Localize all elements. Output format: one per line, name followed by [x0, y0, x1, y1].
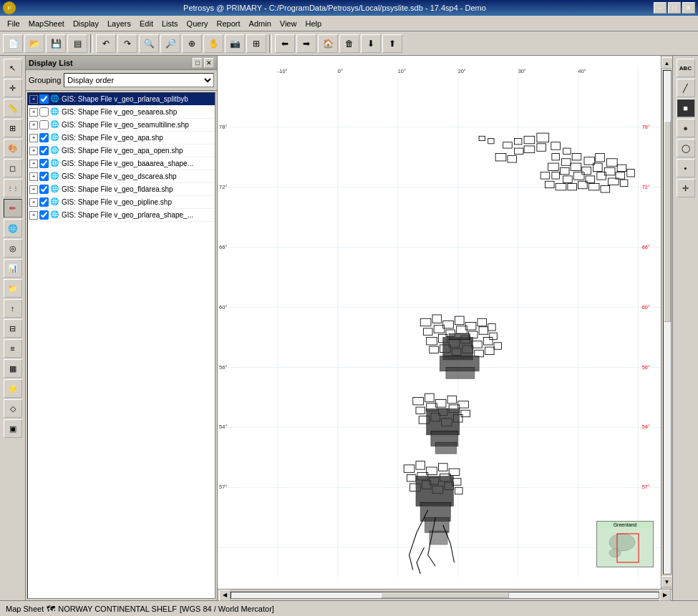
menu-item-mapsheet[interactable]: MapSheet [24, 16, 69, 31]
fit-button[interactable]: ⊞ [246, 34, 266, 53]
grouping-select[interactable]: Display order Layer type Alphabetical [64, 73, 214, 87]
horizontal-scrollbar[interactable]: ◀ ▶ [218, 589, 672, 600]
layer-checkbox[interactable] [39, 185, 49, 194]
layer-checkbox[interactable] [39, 107, 49, 117]
select-rect-tool[interactable]: ◻ [4, 159, 22, 177]
measure-tool[interactable]: 📏 [4, 99, 22, 117]
print-button[interactable]: ▤ [67, 34, 87, 53]
table-tool[interactable]: ▦ [4, 359, 22, 378]
grid-tool[interactable]: ⊞ [4, 119, 22, 137]
layer-checkbox[interactable] [39, 159, 49, 168]
point-tool[interactable]: • [677, 159, 695, 177]
ellipse-tool[interactable]: ◯ [677, 139, 695, 157]
layer-checkbox[interactable] [39, 120, 49, 129]
layer-checkbox[interactable] [39, 172, 49, 181]
redo-button[interactable]: ↷ [117, 34, 137, 53]
pan-button[interactable]: ✋ [203, 34, 223, 53]
list-tool[interactable]: ≡ [4, 339, 22, 358]
layer-expand-icon[interactable]: + [29, 108, 38, 117]
layer-row[interactable]: +🌐GIS: Shape File v_geo_seaarea.shp [28, 106, 215, 119]
menu-item-report[interactable]: Report [213, 16, 245, 31]
layer-checkbox[interactable] [39, 197, 49, 207]
open-button[interactable]: 📂 [24, 34, 44, 53]
layer-expand-icon[interactable]: + [29, 95, 38, 104]
menu-item-file[interactable]: File [3, 16, 24, 31]
scroll-right-arrow[interactable]: ▶ [659, 590, 671, 601]
scroll-left-arrow[interactable]: ◀ [219, 590, 231, 601]
folder-tool[interactable]: 📁 [4, 279, 22, 298]
zoomout-button[interactable]: 🔎 [160, 34, 180, 53]
camera-button[interactable]: 📷 [225, 34, 245, 53]
layer-expand-icon[interactable]: + [29, 211, 38, 220]
grid2-tool[interactable]: ⊟ [4, 319, 22, 338]
target-tool[interactable]: ◎ [4, 239, 22, 258]
layer-expand-icon[interactable]: + [29, 198, 38, 207]
layer-row[interactable]: +🌐GIS: Shape File v_geo_dscarea.shp [28, 170, 215, 183]
panel-close-button[interactable]: ✕ [204, 58, 214, 68]
menu-item-lists[interactable]: Lists [157, 16, 183, 31]
layer-row[interactable]: +🌐GIS: Shape File v_geo_seamultiline.shp [28, 119, 215, 132]
save-button[interactable]: 💾 [46, 34, 66, 53]
layer-row[interactable]: +🌐GIS: Shape File v_geo_fldarea.shp [28, 183, 215, 196]
menu-item-admin[interactable]: Admin [245, 16, 276, 31]
diamond-tool[interactable]: ◇ [4, 399, 22, 418]
layer-row[interactable]: +🌐GIS: Shape File v_geo_pipline.shp [28, 196, 215, 209]
close-button[interactable]: ✕ [682, 2, 695, 14]
undo-button[interactable]: ↶ [96, 34, 116, 53]
layer-checkbox[interactable] [39, 146, 49, 155]
home-button[interactable]: 🏠 [318, 34, 338, 53]
fwd-button[interactable]: ➡ [296, 34, 316, 53]
zoomin-button[interactable]: 🔍 [139, 34, 159, 53]
menu-item-query[interactable]: Query [183, 16, 213, 31]
layer-row[interactable]: +🌐GIS: Shape File v_geo_baaarea_shape... [28, 157, 215, 170]
fill-tool[interactable]: ■ [677, 99, 695, 117]
minimize-button[interactable]: – [654, 2, 667, 14]
layer-expand-icon[interactable]: + [29, 160, 38, 168]
text-tool[interactable]: ABC [677, 59, 695, 77]
dots-tool[interactable]: ⋮⋮ [4, 179, 22, 197]
export-button[interactable]: ⬇ [361, 34, 381, 53]
layer-expand-icon[interactable]: + [29, 134, 38, 142]
layer-expand-icon[interactable]: + [29, 172, 38, 181]
layer-row[interactable]: +🌐GIS: Shape File v_geo_apa.shp [28, 132, 215, 145]
select-button[interactable]: ⊕ [182, 34, 202, 53]
menu-item-display[interactable]: Display [69, 16, 103, 31]
chart-tool[interactable]: 📊 [4, 259, 22, 278]
v-scroll-thumb[interactable] [664, 121, 671, 322]
layer-row[interactable]: +🌐GIS: Shape File v_geo_prlarea_shape_..… [28, 209, 215, 222]
map-canvas[interactable]: -10° 0° 10° 20° 30° 40° 78° 72° 66° [218, 56, 661, 589]
layer-row[interactable]: +🌐GIS: Shape File v_geo_prlarea_splitbyb [28, 93, 215, 106]
arrow-up-tool[interactable]: ↑ [4, 299, 22, 318]
menu-item-help[interactable]: Help [301, 16, 326, 31]
star-tool[interactable]: ⭐ [4, 379, 22, 398]
vertical-scrollbar[interactable]: ▲ ▼ [661, 56, 672, 589]
layer-row[interactable]: +🌐GIS: Shape File v_geo_apa_open.shp [28, 145, 215, 157]
crosshair-tool[interactable]: ✛ [4, 79, 22, 97]
maximize-button[interactable]: □ [668, 2, 681, 14]
layer-expand-icon[interactable]: + [29, 121, 38, 129]
delete-button[interactable]: 🗑 [339, 34, 359, 53]
layer-expand-icon[interactable]: + [29, 147, 38, 155]
pen-tool[interactable]: ✏ [4, 199, 22, 217]
panel-restore-button[interactable]: □ [193, 58, 203, 68]
layer-checkbox[interactable] [39, 133, 49, 142]
layer-checkbox[interactable] [39, 94, 49, 104]
layer-expand-icon[interactable]: + [29, 185, 38, 194]
menu-item-view[interactable]: View [276, 16, 301, 31]
layer-checkbox[interactable] [39, 210, 49, 220]
globe-tool[interactable]: 🌐 [4, 219, 22, 238]
menu-item-edit[interactable]: Edit [135, 16, 157, 31]
new-button[interactable]: 📄 [3, 34, 23, 53]
pointer-tool[interactable]: ↖ [4, 59, 22, 77]
crosshair2-tool[interactable]: ✛ [677, 179, 695, 197]
box-tool[interactable]: ▣ [4, 419, 22, 438]
h-scroll-thumb[interactable] [381, 592, 509, 598]
circle-tool[interactable]: ● [677, 119, 695, 137]
layer-list[interactable]: +🌐GIS: Shape File v_geo_prlarea_splitbyb… [27, 92, 215, 599]
back-button[interactable]: ⬅ [275, 34, 295, 53]
color-tool[interactable]: 🎨 [4, 139, 22, 157]
scroll-up-arrow[interactable]: ▲ [661, 57, 673, 69]
scroll-down-arrow[interactable]: ▼ [661, 576, 673, 587]
line-tool[interactable]: ╱ [677, 79, 695, 97]
import-button[interactable]: ⬆ [382, 34, 402, 53]
